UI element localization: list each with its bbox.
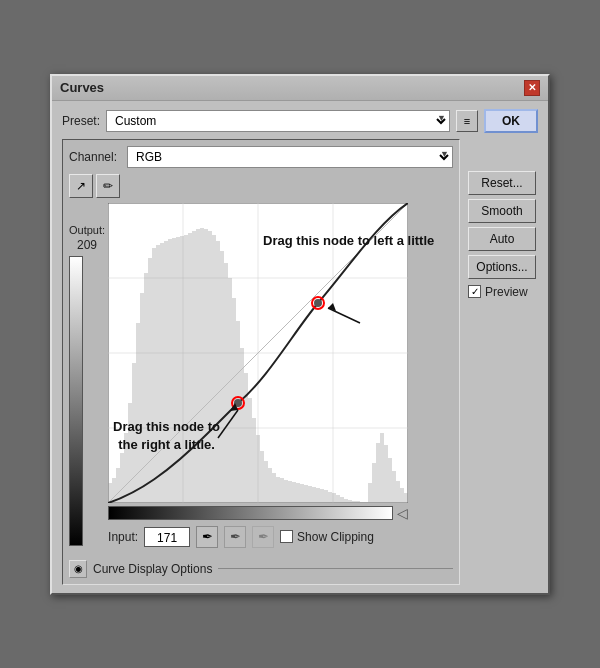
- svg-rect-34: [216, 241, 220, 503]
- svg-rect-81: [404, 493, 408, 503]
- channel-select-wrapper: RGB Red Green Blue: [127, 146, 453, 168]
- dialog-title: Curves: [60, 80, 104, 95]
- svg-rect-67: [348, 500, 352, 503]
- svg-rect-76: [384, 445, 388, 503]
- svg-rect-14: [136, 323, 140, 503]
- svg-rect-62: [328, 492, 332, 503]
- svg-rect-19: [156, 245, 160, 503]
- svg-rect-15: [140, 293, 144, 503]
- show-clipping-row: Show Clipping: [280, 530, 374, 544]
- curve-display-label: Curve Display Options: [93, 562, 212, 576]
- svg-rect-44: [256, 435, 260, 503]
- svg-rect-57: [308, 486, 312, 503]
- svg-rect-63: [332, 493, 336, 503]
- svg-rect-35: [220, 251, 224, 503]
- svg-rect-55: [300, 484, 304, 503]
- svg-rect-64: [336, 495, 340, 503]
- black-eyedropper-button[interactable]: ✒: [196, 526, 218, 548]
- svg-rect-74: [376, 443, 380, 503]
- svg-rect-28: [192, 231, 196, 503]
- svg-rect-77: [388, 458, 392, 503]
- svg-rect-50: [280, 478, 284, 503]
- preset-select[interactable]: Custom Default Strong Contrast: [106, 110, 450, 132]
- svg-rect-31: [204, 229, 208, 503]
- white-eyedropper-button[interactable]: ✒: [252, 526, 274, 548]
- preset-menu-button[interactable]: ≡: [456, 110, 478, 132]
- gray-eyedropper-button[interactable]: ✒: [224, 526, 246, 548]
- show-clipping-checkbox[interactable]: [280, 530, 293, 543]
- svg-rect-41: [244, 373, 248, 503]
- curves-area[interactable]: Drag this node to left a little Drag thi…: [108, 203, 408, 503]
- svg-rect-46: [264, 461, 268, 503]
- dialog-body: Preset: Custom Default Strong Contrast ≡…: [52, 101, 548, 593]
- gradient-adjust-icon[interactable]: ◁: [397, 505, 408, 521]
- svg-rect-33: [212, 235, 216, 503]
- svg-rect-37: [228, 278, 232, 503]
- channel-row: Channel: RGB Red Green Blue: [69, 146, 453, 168]
- output-label: Output:: [69, 224, 105, 236]
- chart-col: Drag this node to left a little Drag thi…: [108, 203, 408, 548]
- svg-rect-69: [356, 501, 360, 503]
- input-row: Input: 171 ✒ ✒ ✒ Show Clipping: [108, 526, 408, 548]
- svg-rect-61: [324, 490, 328, 503]
- preview-row: ✓ Preview: [468, 285, 538, 299]
- channel-select[interactable]: RGB Red Green Blue: [127, 146, 453, 168]
- svg-rect-70: [360, 502, 364, 503]
- svg-rect-53: [292, 482, 296, 503]
- svg-rect-59: [316, 488, 320, 503]
- svg-rect-26: [184, 235, 188, 503]
- options-button[interactable]: Options...: [468, 255, 536, 279]
- svg-rect-40: [240, 348, 244, 503]
- preset-label: Preset:: [62, 114, 100, 128]
- svg-rect-27: [188, 233, 192, 503]
- main-area: Channel: RGB Red Green Blue ↗ ✏: [62, 139, 538, 585]
- preset-row: Preset: Custom Default Strong Contrast ≡…: [62, 109, 538, 133]
- upper-node-dot[interactable]: [314, 299, 322, 307]
- svg-rect-20: [160, 243, 164, 503]
- curves-dialog: Curves ✕ Preset: Custom Default Strong C…: [50, 74, 550, 595]
- svg-rect-66: [344, 499, 348, 503]
- title-bar: Curves ✕: [52, 76, 548, 101]
- svg-rect-29: [196, 229, 200, 503]
- svg-rect-51: [284, 480, 288, 503]
- input-value[interactable]: 171: [144, 527, 190, 547]
- vertical-gradient-bar: [69, 256, 83, 546]
- pencil-tool-button[interactable]: ✏: [96, 174, 120, 198]
- svg-rect-48: [272, 473, 276, 503]
- svg-rect-25: [180, 236, 184, 503]
- vertical-gradient-area: Output: 209: [69, 203, 105, 548]
- expand-curve-display-button[interactable]: ◉: [69, 560, 87, 578]
- curve-tool-button[interactable]: ↗: [69, 174, 93, 198]
- svg-rect-58: [312, 487, 316, 503]
- reset-button[interactable]: Reset...: [468, 171, 536, 195]
- svg-rect-17: [148, 258, 152, 503]
- auto-button[interactable]: Auto: [468, 227, 536, 251]
- input-label: Input:: [108, 530, 138, 544]
- svg-rect-43: [252, 418, 256, 503]
- svg-rect-16: [144, 273, 148, 503]
- svg-rect-80: [400, 488, 404, 503]
- curve-display-row: ◉ Curve Display Options: [69, 556, 453, 578]
- svg-rect-10: [120, 453, 124, 503]
- lower-annotation: Drag this node tothe right a little.: [113, 418, 220, 454]
- ok-button[interactable]: OK: [484, 109, 538, 133]
- svg-rect-75: [380, 433, 384, 503]
- preview-checkbox[interactable]: ✓: [468, 285, 481, 298]
- svg-rect-21: [164, 241, 168, 503]
- tools-row: ↗ ✏: [69, 174, 453, 198]
- curves-container: Output: 209: [69, 203, 453, 548]
- preset-select-wrapper: Custom Default Strong Contrast: [106, 110, 450, 132]
- svg-rect-42: [248, 398, 252, 503]
- left-panel: Channel: RGB Red Green Blue ↗ ✏: [62, 139, 460, 585]
- show-clipping-label: Show Clipping: [297, 530, 374, 544]
- close-button[interactable]: ✕: [524, 80, 540, 96]
- horizontal-gradient-row: ◁: [108, 505, 408, 521]
- svg-rect-32: [208, 231, 212, 503]
- upper-annotation: Drag this node to left a little: [263, 233, 434, 250]
- svg-rect-68: [352, 501, 356, 503]
- svg-rect-18: [152, 248, 156, 503]
- svg-rect-49: [276, 477, 280, 503]
- preview-label: Preview: [485, 285, 528, 299]
- svg-rect-72: [368, 483, 372, 503]
- smooth-button[interactable]: Smooth: [468, 199, 536, 223]
